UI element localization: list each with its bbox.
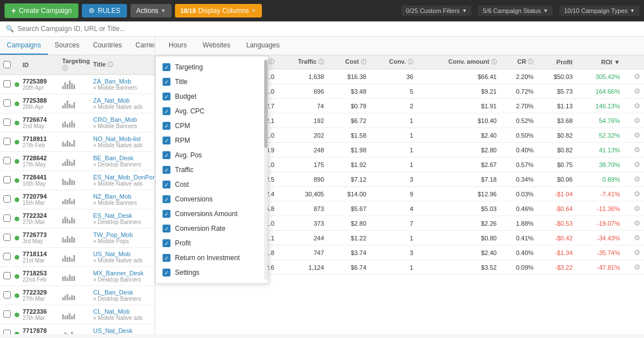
- dropdown-item[interactable]: Profit: [156, 236, 268, 251]
- row-checkbox[interactable]: [3, 195, 11, 203]
- campaign-name[interactable]: CRO_Ban_Mob: [93, 116, 151, 123]
- gear-icon[interactable]: ⚙: [634, 72, 641, 81]
- tab-hours[interactable]: Hours: [161, 37, 195, 55]
- targeting-info-icon[interactable]: ⓘ: [62, 65, 68, 71]
- dropdown-item[interactable]: Conversion Rate: [156, 221, 268, 236]
- tab-countries[interactable]: Countries: [86, 37, 129, 55]
- campaign-name[interactable]: ZA_Ban_Mob: [93, 78, 151, 85]
- tab-campaigns[interactable]: Campaigns: [0, 37, 48, 55]
- campaign-name[interactable]: US_Nat_Mob: [93, 251, 151, 257]
- campaign-name[interactable]: CL_Nat_Mob: [93, 308, 151, 315]
- dropdown-item[interactable]: Avg. Pos: [156, 148, 268, 163]
- campaign-name[interactable]: CL_Ban_Desk: [93, 289, 151, 296]
- gear-icon[interactable]: ⚙: [634, 248, 641, 257]
- row-checkbox[interactable]: [3, 234, 11, 241]
- campaign-row[interactable]: 7718253 22nd Feb MX_Banner_Desk » Deskto…: [0, 267, 155, 286]
- dropdown-item[interactable]: CPM: [156, 118, 268, 133]
- campaign-name[interactable]: MX_Banner_Desk: [93, 270, 151, 276]
- gear-icon[interactable]: ⚙: [634, 234, 641, 242]
- row-gear[interactable]: ⚙: [624, 216, 644, 231]
- row-checkbox[interactable]: [3, 118, 11, 126]
- campaign-status-pill[interactable]: 5/6 Campaign Status ▼: [478, 6, 553, 16]
- dropdown-scrollbar[interactable]: [264, 60, 268, 280]
- row-checkbox[interactable]: [3, 291, 11, 299]
- gear-icon[interactable]: ⚙: [634, 204, 641, 213]
- row-gear[interactable]: ⚙: [624, 99, 644, 113]
- row-checkbox[interactable]: [3, 253, 11, 260]
- tab-carriers[interactable]: Carriers: [129, 37, 155, 55]
- tab-languages[interactable]: Languages: [238, 37, 287, 55]
- create-campaign-button[interactable]: + Create Campaign: [5, 3, 78, 18]
- dropdown-item[interactable]: Cost: [156, 177, 268, 192]
- dropdown-item[interactable]: Title: [156, 74, 268, 89]
- campaign-row[interactable]: 7722324 27th Mar ES_Nat_Desk » Desktop B…: [0, 209, 155, 229]
- campaign-name[interactable]: ES_Nat_Desk: [93, 212, 151, 219]
- campaign-name[interactable]: NZ_Ban_Mob: [93, 193, 151, 200]
- dropdown-item[interactable]: RPM: [156, 133, 268, 148]
- row-gear[interactable]: ⚙: [624, 113, 644, 128]
- gear-icon[interactable]: ⚙: [634, 102, 641, 110]
- campaign-row[interactable]: 7722329 27th Mar CL_Ban_Desk » Desktop B…: [0, 286, 155, 305]
- display-columns-button[interactable]: 18/18 Display Columns ▼: [175, 4, 262, 17]
- row-gear[interactable]: ⚙: [624, 260, 644, 275]
- gear-icon[interactable]: ⚙: [634, 175, 641, 183]
- row-checkbox[interactable]: [3, 272, 11, 279]
- row-gear[interactable]: ⚙: [624, 128, 644, 143]
- row-checkbox[interactable]: [3, 99, 11, 107]
- dropdown-item[interactable]: Conversions: [156, 192, 268, 207]
- campaign-row[interactable]: 7726674 2nd May CRO_Ban_Mob » Mobile Ban…: [0, 113, 155, 133]
- campaign-row[interactable]: 7726773 3rd May TW_Pop_Mob » Mobile Pops: [0, 229, 155, 248]
- title-info-icon[interactable]: ⓘ: [107, 62, 113, 68]
- gear-icon[interactable]: ⚙: [634, 87, 641, 95]
- campaign-row[interactable]: 7720794 15th Mar NZ_Ban_Mob » Mobile Ban…: [0, 190, 155, 209]
- dropdown-item[interactable]: Conversions Amount: [156, 207, 268, 221]
- row-gear[interactable]: ⚙: [624, 157, 644, 172]
- gear-icon[interactable]: ⚙: [634, 116, 641, 125]
- row-gear[interactable]: ⚙: [624, 231, 644, 245]
- campaign-row[interactable]: 7718114 21st Mar US_Nat_Mob » Mobile Nat…: [0, 248, 155, 267]
- campaign-name[interactable]: BE_Ban_Desk: [93, 155, 151, 161]
- campaign-name[interactable]: NO_Nat_Mob-list: [93, 135, 151, 142]
- campaign-name[interactable]: ES_Nat_Mob_DonPornoGr: [93, 174, 155, 181]
- campaign-row[interactable]: 7725388 20th Apr ZA_Nat_Mob » Mobile Nat…: [0, 94, 155, 113]
- row-checkbox[interactable]: [3, 80, 11, 87]
- row-gear[interactable]: ⚙: [624, 187, 644, 201]
- row-gear[interactable]: ⚙: [624, 84, 644, 99]
- dropdown-item[interactable]: Traffic: [156, 163, 268, 177]
- gear-icon[interactable]: ⚙: [634, 160, 641, 169]
- row-gear[interactable]: ⚙: [624, 245, 644, 260]
- campaign-name[interactable]: US_Nat_Desk: [93, 327, 151, 334]
- campaign-name[interactable]: TW_Pop_Mob: [93, 231, 151, 238]
- dropdown-item[interactable]: Return on Investment: [156, 251, 268, 265]
- rules-button[interactable]: ⚙ RULES: [82, 4, 127, 17]
- dropdown-item[interactable]: Avg. CPC: [156, 104, 268, 118]
- gear-icon[interactable]: ⚙: [634, 190, 641, 198]
- row-gear[interactable]: ⚙: [624, 69, 644, 84]
- campaign-types-pill[interactable]: 10/10 Campaign Types ▼: [559, 6, 639, 16]
- campaign-row[interactable]: 7717878 19th Feb US_Nat_Desk » Desktop N…: [0, 324, 155, 334]
- actions-button[interactable]: Actions ▼: [130, 4, 171, 17]
- row-checkbox[interactable]: [3, 330, 11, 334]
- campaign-row[interactable]: 7728642 17th May BE_Ban_Desk » Desktop B…: [0, 152, 155, 171]
- campaign-row[interactable]: 7725389 20th Apr ZA_Ban_Mob » Mobile Ban…: [0, 75, 155, 94]
- dropdown-item[interactable]: Targeting: [156, 60, 268, 74]
- campaign-row[interactable]: 7722336 27th Mar CL_Nat_Mob » Mobile Nat…: [0, 305, 155, 324]
- dropdown-item[interactable]: Settings: [156, 265, 268, 280]
- row-checkbox[interactable]: [3, 157, 11, 164]
- row-checkbox[interactable]: [3, 310, 11, 318]
- campaign-row[interactable]: 7728441 16th May ES_Nat_Mob_DonPornoGr »…: [0, 171, 155, 190]
- gear-icon[interactable]: ⚙: [634, 219, 641, 227]
- campaign-row[interactable]: 7718911 27th Feb NO_Nat_Mob-list » Mobil…: [0, 133, 155, 152]
- dropdown-item[interactable]: Budget: [156, 89, 268, 104]
- tab-sources[interactable]: Sources: [48, 37, 86, 55]
- check-all-checkbox[interactable]: [3, 61, 11, 68]
- search-input[interactable]: [17, 25, 130, 33]
- custom-filters-pill[interactable]: 0/25 Custom Filters ▼: [401, 6, 471, 16]
- row-gear[interactable]: ⚙: [624, 143, 644, 157]
- tab-websites[interactable]: Websites: [195, 37, 238, 55]
- row-checkbox[interactable]: [3, 138, 11, 145]
- row-gear[interactable]: ⚙: [624, 172, 644, 187]
- row-gear[interactable]: ⚙: [624, 201, 644, 216]
- gear-icon[interactable]: ⚙: [634, 263, 641, 271]
- gear-icon[interactable]: ⚙: [634, 146, 641, 154]
